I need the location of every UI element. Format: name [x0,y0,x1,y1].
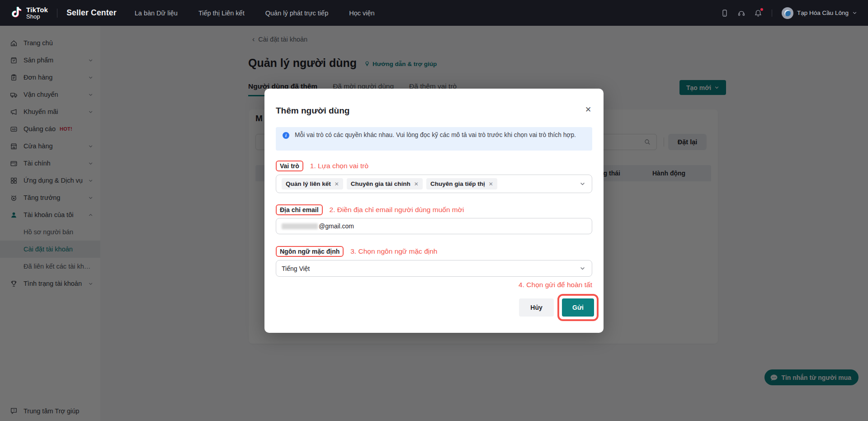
navbar-menu: La bàn Dữ liệu Tiếp thị Liên kết Quản lý… [135,9,375,17]
add-user-modal: Thêm người dùng ✕ i Mỗi vai trò có các q… [264,89,604,333]
remove-tag-icon[interactable]: ✕ [489,181,493,187]
submit-annotation-box: Gửi [557,294,599,321]
cancel-button[interactable]: Hủy [519,298,554,317]
remove-tag-icon[interactable]: ✕ [335,181,339,187]
divider [772,9,772,17]
language-select[interactable]: Tiếng Việt [276,260,592,277]
tiktok-shop-logo[interactable]: TikTok Shop [10,6,48,20]
submit-button[interactable]: Gửi [562,298,594,317]
chevron-down-icon [580,265,585,271]
info-text: Mỗi vai trò có các quyền khác nhau. Vui … [295,131,576,147]
step-2-annotation: 2. Điền địa chỉ email người dùng muốn mờ… [330,206,464,214]
notifications-bell-icon[interactable] [754,9,762,17]
info-banner: i Mỗi vai trò có các quyền khác nhau. Vu… [276,127,592,151]
nav-item-affiliate[interactable]: Tiếp thị Liên kết [198,9,245,17]
nav-item-academy[interactable]: Học viện [349,9,374,17]
app-title: Seller Center [66,8,117,18]
role-tag: Chuyên gia tiếp thị ✕ [426,178,497,189]
notification-dot [760,8,763,11]
account-name: Tạp Hóa Cầu Lông [797,9,849,16]
email-field[interactable]: @gmail.com [276,218,592,234]
language-label-annotated: Ngôn ngữ mặc định [276,246,344,257]
chevron-down-icon [580,181,585,187]
role-tag: Chuyên gia tài chính ✕ [347,178,423,189]
mobile-app-icon[interactable] [721,9,729,17]
modal-title: Thêm người dùng [276,106,592,116]
redacted-email-user [282,223,318,229]
step-1-annotation: 1. Lựa chọn vai trò [310,162,368,170]
nav-item-data-compass[interactable]: La bàn Dữ liệu [135,9,178,17]
chevron-down-icon [852,9,857,17]
email-label-annotated: Địa chỉ email [276,204,323,215]
navbar-right: Tạp Hóa Cầu Lông [721,7,857,19]
info-icon: i [283,132,289,139]
step-4-annotation: 4. Chọn gửi để hoàn tất [276,281,592,289]
role-tag: Quản lý liên kết ✕ [282,178,343,189]
role-label-annotated: Vai trò [276,161,303,171]
nav-item-live-manager[interactable]: Quản lý phát trực tiếp [265,9,328,17]
role-multiselect[interactable]: Quản lý liên kết ✕ Chuyên gia tài chính … [276,175,592,193]
support-headset-icon[interactable] [737,9,745,17]
account-menu[interactable]: Tạp Hóa Cầu Lông [782,7,857,19]
remove-tag-icon[interactable]: ✕ [414,181,419,187]
tiktok-note-icon [10,6,23,20]
avatar [782,7,793,19]
divider [57,9,57,18]
top-navbar: TikTok Shop Seller Center La bàn Dữ liệu… [0,0,868,26]
logo-text: TikTok Shop [26,6,48,19]
close-icon[interactable]: ✕ [582,103,594,116]
step-3-annotation: 3. Chọn ngôn ngữ mặc định [350,247,437,255]
